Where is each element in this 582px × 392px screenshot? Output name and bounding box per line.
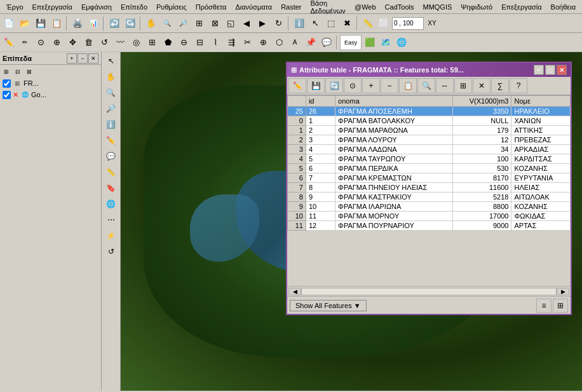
annotate-btn[interactable]: 💬 [319, 35, 334, 50]
zoom-selection-btn[interactable]: ⊠ [207, 16, 222, 31]
add-ring-btn[interactable]: ◎ [128, 35, 144, 50]
menu-processing[interactable]: Επεξεργασία [497, 2, 545, 12]
open-project-btn[interactable]: 📂 [17, 16, 32, 31]
menu-settings[interactable]: Ρυθμίσεις [152, 2, 191, 12]
zoom-full-btn[interactable]: ⊞ [191, 16, 206, 31]
side-rotate-tool[interactable]: ↺ [104, 244, 119, 259]
table-row[interactable]: 4 5 ΦΡΑΓΜΑ ΤΑΥΡΩΠΟΥ 100 ΚΑΡΔΙΤΣΑΣ [288, 154, 571, 164]
attr-discard-btn[interactable]: 🔄 [325, 78, 343, 93]
table-row[interactable]: 6 7 ΦΡΑΓΜΑ ΚΡΕΜΑΣΤΩΝ 8170 ΕΥΡΥΤΑΝΙΑ [288, 173, 571, 183]
attr-help-btn[interactable]: ? [510, 78, 527, 93]
side-measure-tool[interactable]: 📏 [104, 165, 119, 180]
plugin3-btn[interactable]: 🌐 [394, 35, 409, 50]
move-btn[interactable]: ✥ [65, 35, 80, 50]
attr-hscroll[interactable]: ◀ ▶ [287, 286, 571, 296]
layer-go-checkbox[interactable] [3, 91, 11, 99]
undo-btn[interactable]: ↩️ [107, 16, 122, 31]
menu-view[interactable]: Εμφάνιση [78, 2, 116, 12]
print-btn[interactable]: 🖨️ [70, 16, 85, 31]
simplify-btn[interactable]: 〰 [112, 35, 128, 50]
save-project-btn[interactable]: 💾 [33, 16, 48, 31]
attr-deselect-btn[interactable]: ✕ [473, 78, 491, 93]
layer-item-fr[interactable]: ▦ FR... [1, 78, 100, 89]
redo-btn[interactable]: ↪️ [123, 16, 138, 31]
show-features-button[interactable]: Show All Features ▼ [290, 300, 367, 311]
zoom-next-btn[interactable]: ▶ [255, 16, 270, 31]
pin-btn[interactable]: 📌 [303, 35, 318, 50]
edit-pencil-btn[interactable]: ✏️ [1, 35, 17, 50]
plugin2-btn[interactable]: 🗺️ [378, 35, 393, 50]
th-nom[interactable]: Νομε [511, 96, 571, 107]
print-composer-btn[interactable]: 📊 [86, 16, 101, 31]
attr-edit-btn[interactable]: ✏️ [288, 78, 306, 93]
layers-remove-btn[interactable]: − [78, 53, 88, 64]
side-annotate-tool[interactable]: 💬 [104, 149, 119, 164]
side-select-tool[interactable]: ↖ [104, 53, 119, 69]
table-row[interactable]: 3 4 ΦΡΑΓΜΑ ΛΑΔΩΝΑ 34 ΑΡΚΑΔΙΑΣ [288, 145, 571, 154]
maximize-btn[interactable]: □ [545, 65, 555, 75]
side-zoom-in-tool[interactable]: 🔍 [104, 85, 119, 100]
attr-remove-btn[interactable]: − [381, 78, 398, 93]
merge-btn[interactable]: ⊕ [255, 35, 271, 50]
measure-btn[interactable]: 📏 [360, 16, 376, 31]
side-pan-tool[interactable]: ✋ [104, 69, 119, 84]
identify-btn[interactable]: ℹ️ [292, 16, 307, 31]
zoom-out-btn[interactable]: 🔎 [175, 16, 191, 31]
menu-raster2[interactable]: Ψηφιδωτό [457, 2, 496, 12]
table-row[interactable]: 0 1 ΦΡΑΓΜΑ ΒΑΤΟΛΑΚΚΟΥ NULL ΧΑΝΙΩΝ [288, 116, 571, 126]
fill-ring-btn[interactable]: ⬟ [160, 35, 175, 50]
attr-list-btn[interactable]: ≡ [536, 299, 552, 313]
zoom-in-btn[interactable]: 🔍 [159, 16, 175, 31]
layers-close-btn[interactable]: ✕ [88, 53, 98, 64]
side-edit-tool[interactable]: ✏️ [104, 133, 119, 148]
split-btn[interactable]: ✂ [240, 35, 255, 50]
attr-filter-btn[interactable]: ⊙ [344, 78, 362, 93]
layer-collapse2-btn[interactable]: ⊠ [24, 67, 34, 77]
offset-btn[interactable]: ⇶ [224, 35, 239, 50]
del-part-btn[interactable]: ⊟ [192, 35, 207, 50]
menu-help[interactable]: Βοήθεια [547, 2, 579, 12]
attr-copy-btn[interactable]: 📋 [399, 78, 417, 93]
side-bookmark-tool[interactable]: 🔖 [104, 180, 119, 196]
table-row[interactable]: 8 9 ΦΡΑΓΜΑ ΚΑΣΤΡΑΚΙΟΥ 5218 ΑΙΤΩΛΟΑΚ [288, 193, 571, 202]
hscroll-track[interactable] [301, 288, 557, 295]
attr-add-btn[interactable]: + [362, 78, 380, 93]
table-row[interactable]: 2 3 ΦΡΑΓΜΑ ΛΟΥΡΟΥ 12 ΠΡΕΒΕΖΑΣ [288, 135, 571, 145]
rotate-btn[interactable]: ↺ [97, 35, 112, 50]
th-v[interactable]: V(X1000)m3 [453, 96, 511, 107]
menu-edit[interactable]: Επεξεργασία [29, 2, 76, 12]
layers-add-btn[interactable]: + [67, 53, 77, 64]
menu-vector[interactable]: Διανύσματα [231, 2, 276, 12]
reshape-btn[interactable]: ⌇ [208, 35, 223, 50]
attr-pan-btn[interactable]: ↔ [436, 78, 454, 93]
attr-table-inner[interactable]: id onoma V(X1000)m3 Νομε 25 26 ΦΡΑΓΜΑ ΑΠ… [287, 95, 571, 286]
capture-point-btn[interactable]: ⊕ [49, 35, 64, 50]
side-plugin-tool[interactable]: ⚡ [104, 228, 119, 243]
close-btn[interactable]: ✕ [557, 65, 567, 75]
side-identify-tool[interactable]: ℹ️ [104, 117, 119, 132]
select-btn[interactable]: ↖ [308, 16, 323, 31]
attr-form-btn[interactable]: ⊞ [553, 299, 568, 313]
scale-input[interactable] [392, 17, 424, 30]
scroll-right-btn[interactable]: ▶ [557, 288, 569, 295]
scroll-left-btn[interactable]: ◀ [288, 288, 301, 295]
side-zoom-out-tool[interactable]: 🔎 [104, 101, 119, 116]
coord-btn[interactable]: XY [424, 16, 440, 31]
th-id[interactable]: id [306, 96, 335, 107]
measure-area-btn[interactable]: ⬜ [376, 16, 391, 31]
menu-plugins[interactable]: Πρόσθετα [192, 2, 231, 12]
side-more-tool[interactable]: ⋯ [104, 212, 119, 227]
menu-layer[interactable]: Επίπεδο [117, 2, 151, 12]
delete-feature-btn[interactable]: 🗑 [81, 35, 96, 50]
menu-db[interactable]: Βάση Δεδομένων [307, 0, 349, 16]
table-row[interactable]: 9 10 ΦΡΑΓΜΑ ΙΛΑΡΙΩΝΑ 8800 ΚΟΖΑΝΗΣ [288, 202, 571, 212]
deselect-btn[interactable]: ✖ [339, 16, 355, 31]
label-btn[interactable]: A [287, 35, 302, 50]
zoom-layer-btn[interactable]: ◱ [223, 16, 238, 31]
plugin1-btn[interactable]: 🟩 [362, 35, 377, 50]
table-row[interactable]: 5 6 ΦΡΑΓΜΑ ΠΕΡΔΙΚΑ 530 ΚΟΖΑΝΗΣ [288, 164, 571, 173]
new-project-btn[interactable]: 📄 [1, 16, 17, 31]
th-onoma[interactable]: onoma [335, 96, 453, 107]
table-row[interactable]: 7 8 ΦΡΑΓΜΑ ΠΗΝΕΙΟΥ ΗΛΕΙΑΣ 11600 ΗΛΕΙΑΣ [288, 183, 571, 193]
menu-web[interactable]: @Web [351, 2, 380, 12]
